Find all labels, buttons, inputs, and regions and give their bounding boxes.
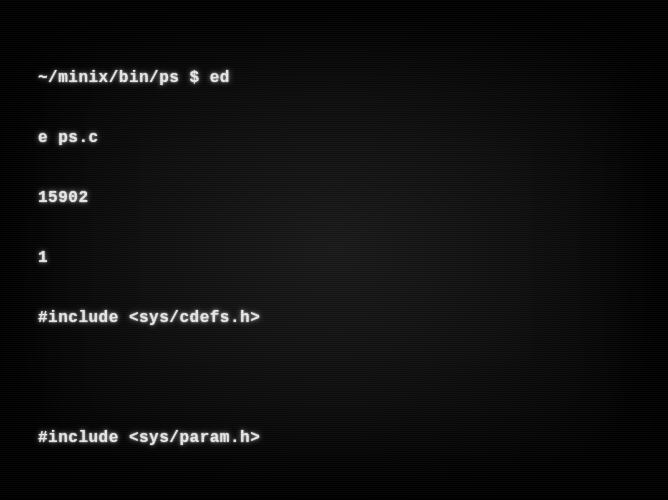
terminal-line: ~/minix/bin/ps $ ed [38, 68, 630, 88]
terminal-line: 1 [38, 248, 630, 268]
terminal-line: e ps.c [38, 128, 630, 148]
terminal-line: 15902 [38, 188, 630, 208]
terminal-line: #include <sys/cdefs.h> [38, 308, 630, 328]
terminal-line [38, 488, 630, 500]
terminal-line: #include <sys/param.h> [38, 428, 630, 448]
terminal-screen[interactable]: ~/minix/bin/ps $ ed e ps.c 15902 1 #incl… [38, 28, 630, 472]
crt-monitor-frame: ~/minix/bin/ps $ ed e ps.c 15902 1 #incl… [0, 0, 668, 500]
terminal-line [38, 368, 630, 388]
